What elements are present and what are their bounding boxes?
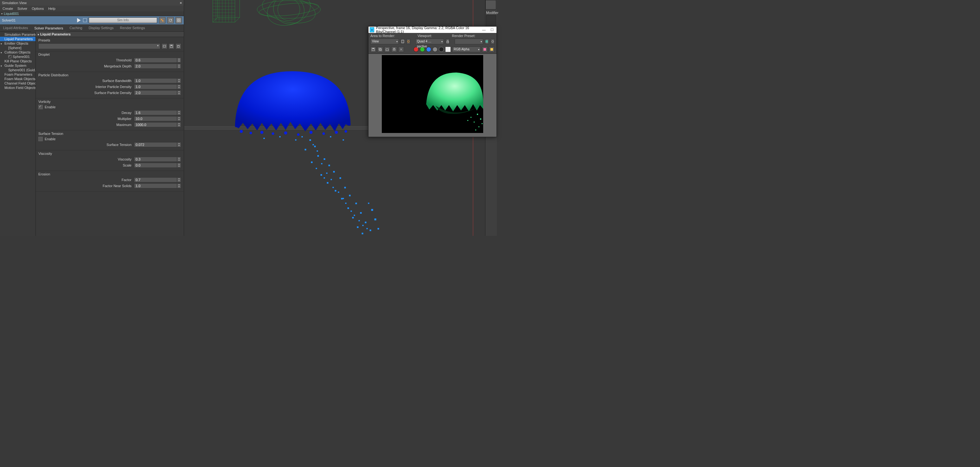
param-section: DropletThreshold▲▼Mergeback Depth▲▼ <box>36 51 184 72</box>
tree-item[interactable]: ▾Guide System <box>0 64 35 68</box>
tree-item[interactable]: ▾Emitter Objects <box>0 41 35 46</box>
render-titlebar[interactable]: 3 Perspective, frame 16, Display Gamma: … <box>369 27 496 33</box>
area-edit-icon[interactable] <box>401 39 405 44</box>
spinner-arrows[interactable]: ▲▼ <box>177 183 181 188</box>
menu-options[interactable]: Options <box>32 6 44 10</box>
svg-rect-111 <box>393 48 395 49</box>
tree-item[interactable]: Sphere001 <box>0 54 35 59</box>
solver-name[interactable]: Solver01 <box>2 18 75 22</box>
spinner-arrows[interactable]: ▲▼ <box>177 116 181 121</box>
spinner-arrows[interactable]: ▲▼ <box>177 177 181 183</box>
preset-save-icon[interactable] <box>169 43 174 49</box>
viewcube-thumb[interactable] <box>485 0 496 10</box>
simulation-view-titlebar[interactable]: Simulation View × <box>0 0 184 6</box>
param-input[interactable] <box>134 110 177 115</box>
param-input[interactable] <box>134 116 177 121</box>
param-input[interactable] <box>134 58 177 63</box>
preset-combo[interactable] <box>455 39 483 44</box>
param-input[interactable] <box>134 122 177 127</box>
tree-item[interactable]: Sphere001 (Guid… <box>0 68 35 72</box>
param-label: Surface Particle Density <box>38 91 132 95</box>
tree-item[interactable]: Foam Mask Objects <box>0 76 35 81</box>
menu-solver[interactable]: Solver <box>18 6 27 10</box>
clone-image-icon[interactable] <box>384 46 390 52</box>
spinner-arrows[interactable]: ▲▼ <box>177 157 181 162</box>
area-combo[interactable]: View <box>371 39 399 44</box>
tab-liquid-attributes[interactable]: Liquid Attributes <box>0 25 31 31</box>
close-icon[interactable]: × <box>180 0 182 6</box>
maximize-icon[interactable]: ☐ <box>489 28 495 32</box>
param-input[interactable] <box>134 78 177 83</box>
svg-rect-54 <box>360 212 362 214</box>
spinner-arrows[interactable]: ▲▼ <box>177 58 181 63</box>
channel-alpha-icon[interactable] <box>433 47 438 52</box>
preset-open-icon[interactable] <box>162 43 167 49</box>
svg-rect-115 <box>490 48 493 51</box>
render-setup-icon[interactable] <box>491 39 495 44</box>
parameters-header[interactable]: ▾Liquid Parameters <box>36 32 184 37</box>
spinner-arrows[interactable]: ▲▼ <box>177 78 181 83</box>
solver-link-icon[interactable] <box>159 17 165 24</box>
preset-delete-icon[interactable] <box>175 43 181 49</box>
render-image-area[interactable] <box>369 54 496 137</box>
param-input[interactable] <box>134 183 177 188</box>
clear-icon[interactable] <box>398 46 404 52</box>
presets-combo[interactable] <box>38 43 160 49</box>
spinner-arrows[interactable]: ▲▼ <box>177 142 181 147</box>
svg-rect-62 <box>321 163 323 164</box>
tree-item[interactable]: Channel Field Objects <box>0 81 35 86</box>
enable-checkbox[interactable] <box>38 105 43 109</box>
tree-item[interactable]: Liquid Parameters <box>0 37 35 41</box>
minimize-icon[interactable]: — <box>480 28 487 32</box>
render-button-icon[interactable] <box>485 39 489 44</box>
overlay-a-icon[interactable] <box>482 46 488 52</box>
tree-item[interactable]: Kill Plane Objects <box>0 59 35 64</box>
print-icon[interactable] <box>391 46 397 52</box>
section-title: Particle Distribution <box>38 73 181 77</box>
spinner-arrows[interactable]: ▲▼ <box>177 110 181 115</box>
tree-item[interactable]: Foam Parameters <box>0 72 35 76</box>
param-input[interactable] <box>134 177 177 183</box>
svg-rect-103 <box>485 40 488 43</box>
tab-display-settings[interactable]: Display Settings <box>86 25 117 31</box>
play-icon[interactable] <box>77 18 81 22</box>
param-input[interactable] <box>134 142 177 147</box>
svg-point-23 <box>258 1 320 18</box>
overlay-b-icon[interactable] <box>489 46 495 52</box>
solver-refresh-icon[interactable] <box>167 17 173 24</box>
simulation-object-row[interactable]: ▾Liquid001 <box>0 11 184 16</box>
param-input[interactable] <box>134 163 177 168</box>
enable-checkbox[interactable] <box>38 137 43 141</box>
render-frame-window[interactable]: 3 Perspective, frame 16, Display Gamma: … <box>368 26 497 137</box>
channel-swatch-icon[interactable] <box>445 46 451 52</box>
stop-icon[interactable] <box>83 18 87 22</box>
param-input[interactable] <box>134 84 177 89</box>
param-input[interactable] <box>134 64 177 69</box>
spinner-arrows[interactable]: ▲▼ <box>177 122 181 127</box>
tab-solver-parameters[interactable]: Solver Parameters <box>31 25 66 32</box>
menu-help[interactable]: Help <box>48 6 56 10</box>
channel-mono-icon[interactable] <box>439 47 444 52</box>
tab-caching[interactable]: Caching <box>66 25 85 31</box>
tree-item[interactable]: [Sphere] <box>0 46 35 50</box>
spinner-arrows[interactable]: ▲▼ <box>177 90 181 95</box>
tree-item[interactable]: Motion Field Objects <box>0 86 35 90</box>
spinner-arrows[interactable]: ▲▼ <box>177 163 181 168</box>
tree-item[interactable]: Simulation Parameters <box>0 32 35 37</box>
viewport-combo[interactable]: Quad 4 …pective <box>415 39 444 44</box>
save-image-icon[interactable] <box>371 46 376 52</box>
tree-item[interactable]: ▾Collision Objects <box>0 50 35 54</box>
spinner-arrows[interactable]: ▲▼ <box>177 84 181 89</box>
copy-image-icon[interactable] <box>377 46 383 52</box>
tab-render-settings[interactable]: Render Settings <box>117 25 148 31</box>
svg-rect-106 <box>372 48 374 49</box>
viewport-lock-icon[interactable] <box>446 39 450 44</box>
menu-create[interactable]: Create <box>3 6 13 10</box>
area-region-icon[interactable] <box>407 39 410 44</box>
param-label: Surface Bandwidth <box>38 79 132 83</box>
param-input[interactable] <box>134 90 177 95</box>
solver-grid-icon[interactable] <box>175 17 182 24</box>
channel-combo[interactable]: RGB Alpha <box>452 46 480 52</box>
spinner-arrows[interactable]: ▲▼ <box>177 64 181 69</box>
param-input[interactable] <box>134 157 177 162</box>
